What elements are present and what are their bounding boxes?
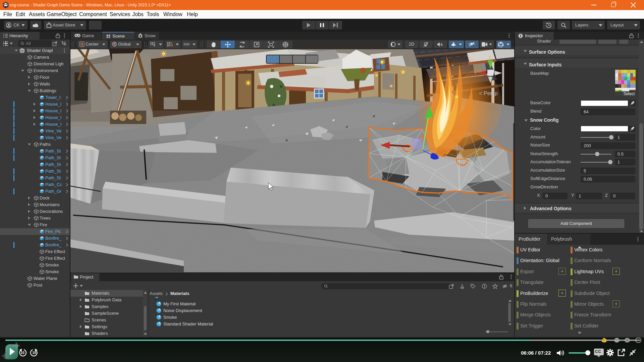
svg-text:10: 10 [20, 351, 24, 355]
svg-text:Y: Y [153, 44, 155, 47]
svg-text:x: x [474, 70, 477, 75]
svg-text:y: y [489, 54, 491, 59]
svg-text:Select: Select [624, 92, 635, 96]
svg-text:10: 10 [32, 351, 36, 355]
svg-text:< Persp: < Persp [479, 90, 498, 96]
